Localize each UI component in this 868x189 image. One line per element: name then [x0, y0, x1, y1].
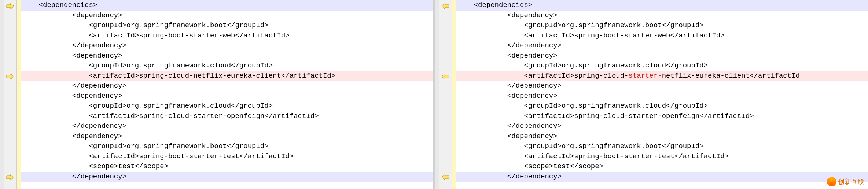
gutter-row[interactable] — [439, 71, 452, 81]
code-line[interactable]: <dependency> — [21, 91, 433, 101]
code-line[interactable]: </dependency> — [456, 41, 868, 51]
change-bar-cell — [17, 51, 21, 61]
change-bar-cell — [452, 0, 456, 11]
gutter-row[interactable] — [439, 141, 452, 152]
gutter-row[interactable] — [4, 141, 16, 152]
code-line[interactable]: <dependency> — [21, 131, 433, 142]
gutter-row[interactable] — [4, 131, 16, 142]
code-line[interactable]: <groupId>org.springframework.cloud</grou… — [21, 61, 433, 71]
change-bar-cell — [452, 91, 456, 101]
gutter-row[interactable] — [439, 21, 452, 31]
diff-arrow-left-icon[interactable] — [441, 174, 449, 179]
code-line[interactable]: </dependency> — [21, 41, 433, 51]
code-line[interactable]: <dependency> — [456, 51, 868, 61]
code-line[interactable]: <scope>test</scope> — [456, 162, 868, 172]
change-bar-cell — [17, 121, 21, 131]
code-line[interactable]: <artifactId>spring-boot-starter-web</art… — [456, 31, 868, 41]
code-area-left[interactable]: <dependencies> <dependency> <groupId>org… — [21, 0, 433, 189]
change-bar-cell — [17, 71, 21, 81]
gutter-right — [439, 0, 452, 189]
diff-arrow-left-icon[interactable] — [441, 73, 449, 79]
gutter-row[interactable] — [4, 162, 16, 172]
code-line[interactable]: <artifactId>spring-boot-starter-web</art… — [21, 31, 433, 41]
gutter-row[interactable] — [4, 172, 16, 182]
code-line[interactable]: <groupId>org.springframework.boot</group… — [456, 141, 868, 152]
gutter-row[interactable] — [4, 111, 16, 122]
gutter-row[interactable] — [439, 131, 452, 142]
change-bar-cell — [452, 131, 456, 142]
code-line[interactable]: </dependency> — [456, 81, 868, 91]
code-line[interactable]: <groupId>org.springframework.boot</group… — [456, 21, 868, 31]
code-line[interactable]: <artifactId>spring-cloud-starter-openfei… — [21, 111, 433, 122]
gutter-row[interactable] — [4, 81, 16, 91]
gutter-row[interactable] — [439, 172, 452, 182]
code-line[interactable]: <dependency> — [21, 11, 433, 21]
gutter-row[interactable] — [4, 121, 16, 131]
gutter-row[interactable] — [4, 61, 16, 71]
diff-pane-right[interactable]: <dependencies> <dependency> <groupId>org… — [435, 0, 868, 189]
code-line[interactable]: </dependency> — [456, 172, 868, 182]
gutter-row[interactable] — [439, 0, 452, 11]
diff-arrow-right-icon[interactable] — [6, 174, 14, 179]
gutter-row[interactable] — [4, 101, 16, 111]
gutter-row[interactable] — [439, 91, 452, 101]
code-line[interactable]: <dependency> — [456, 91, 868, 101]
gutter-row[interactable] — [4, 91, 16, 101]
code-line[interactable]: </dependency> — [21, 81, 433, 91]
gutter-row[interactable] — [4, 31, 16, 41]
code-line[interactable]: <dependency> — [21, 51, 433, 61]
code-line[interactable]: <dependencies> — [21, 0, 433, 11]
code-line[interactable]: <dependency> — [456, 11, 868, 21]
change-bar-cell — [452, 21, 456, 31]
gutter-row[interactable] — [439, 31, 452, 41]
change-bar-cell — [452, 61, 456, 71]
gutter-row[interactable] — [439, 162, 452, 172]
change-bar-cell — [452, 31, 456, 41]
code-line[interactable]: <groupId>org.springframework.cloud</grou… — [21, 101, 433, 111]
change-bar-cell — [452, 111, 456, 122]
code-line[interactable]: <scope>test</scope> — [21, 162, 433, 172]
gutter-row[interactable] — [439, 101, 452, 111]
change-bar-cell — [452, 51, 456, 61]
gutter-row[interactable] — [439, 111, 452, 122]
code-line[interactable]: <dependency> — [456, 131, 868, 142]
code-line[interactable]: <artifactId>spring-boot-starter-test</ar… — [21, 152, 433, 162]
gutter-row[interactable] — [4, 71, 16, 81]
gutter-row[interactable] — [439, 61, 452, 71]
change-bar-right — [452, 0, 456, 189]
diff-arrow-right-icon[interactable] — [6, 73, 14, 79]
gutter-row[interactable] — [439, 51, 452, 61]
gutter-row[interactable] — [4, 11, 16, 21]
code-line[interactable]: <groupId>org.springframework.boot</group… — [21, 141, 433, 152]
diff-arrow-right-icon[interactable] — [6, 3, 14, 8]
gutter-row[interactable] — [4, 51, 16, 61]
change-bar-cell — [17, 21, 21, 31]
code-line[interactable]: <artifactId>spring-cloud-starter-netflix… — [456, 71, 868, 81]
diff-arrow-left-icon[interactable] — [441, 3, 449, 8]
gutter-row[interactable] — [4, 152, 16, 162]
diff-pane-left[interactable]: <dependencies> <dependency> <groupId>org… — [0, 0, 433, 189]
gutter-row[interactable] — [439, 152, 452, 162]
code-line[interactable]: <artifactId>spring-cloud-netflix-eureka-… — [21, 71, 433, 81]
code-line[interactable]: </dependency> — [456, 121, 868, 131]
code-area-right[interactable]: <dependencies> <dependency> <groupId>org… — [456, 0, 868, 189]
code-line[interactable]: <groupId>org.springframework.cloud</grou… — [456, 61, 868, 71]
gutter-row[interactable] — [4, 21, 16, 31]
code-line[interactable]: </dependency> — [21, 172, 433, 182]
code-line[interactable]: <groupId>org.springframework.boot</group… — [21, 21, 433, 31]
code-line[interactable]: <dependencies> — [456, 0, 868, 11]
gutter-row[interactable] — [439, 41, 452, 51]
change-bar-left — [17, 0, 21, 189]
gutter-row[interactable] — [439, 81, 452, 91]
code-line[interactable]: <artifactId>spring-cloud-starter-openfei… — [456, 111, 868, 122]
code-line[interactable]: <artifactId>spring-boot-starter-test</ar… — [456, 152, 868, 162]
code-line[interactable]: <groupId>org.springframework.cloud</grou… — [456, 101, 868, 111]
code-line[interactable]: </dependency> — [21, 121, 433, 131]
gutter-row[interactable] — [439, 11, 452, 21]
gutter-row[interactable] — [439, 121, 452, 131]
gutter-row[interactable] — [4, 41, 16, 51]
gutter-row[interactable] — [4, 0, 16, 11]
change-bar-cell — [17, 41, 21, 51]
text-caret — [135, 172, 135, 180]
change-bar-cell — [452, 101, 456, 111]
